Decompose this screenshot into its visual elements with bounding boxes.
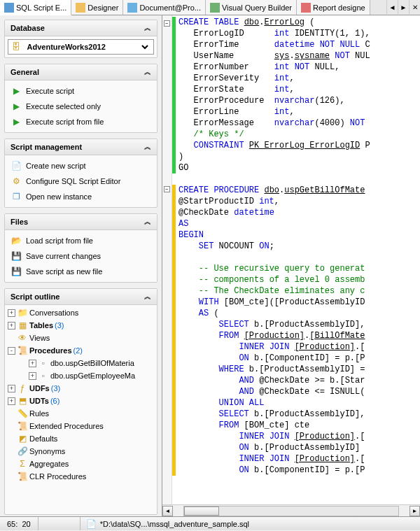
code-line[interactable]: WITH [BOM_cte]([ProductAssemblyID	[178, 297, 420, 308]
scroll-thumb[interactable]	[184, 507, 219, 516]
database-header[interactable]: Database ︽	[5, 20, 157, 36]
code-line[interactable]: INNER JOIN [Production].[	[178, 341, 420, 353]
code-line[interactable]: -- The CheckDate eliminates any c	[178, 285, 420, 297]
tab-prev-button[interactable]: ◄	[386, 0, 398, 14]
action-label: Execute selected only	[26, 102, 101, 111]
code-line[interactable]: FROM [Production].[BillOfMate	[178, 330, 420, 341]
tab-designer[interactable]: Designer	[71, 0, 123, 15]
create-new-script-button[interactable]: 📄 Create new script	[8, 158, 154, 174]
fold-gutter[interactable]: − −	[162, 15, 172, 504]
tree-label: Views	[29, 334, 50, 342]
code-line[interactable]: INNER JOIN [Production].[	[178, 431, 420, 442]
load-script-button[interactable]: 📂 Load script from file	[8, 233, 154, 248]
script-outline-header[interactable]: Script outline ︽	[5, 289, 157, 305]
tab-visual-query[interactable]: Visual Query Builder	[206, 0, 297, 15]
tab-sql-script-editor[interactable]: SQL Script E...	[0, 0, 71, 15]
outline-item[interactable]: +📁Conversations	[5, 306, 157, 319]
code-line[interactable]: ErrorProcedure nvarchar(126),	[178, 95, 420, 106]
general-header[interactable]: General ︽	[5, 64, 157, 80]
outline-item[interactable]: 📜Extended Procedures	[5, 420, 157, 432]
expand-toggle[interactable]: +	[29, 372, 36, 380]
outline-item[interactable]: 🔗Synonyms	[5, 445, 157, 458]
expand-toggle[interactable]: +	[8, 322, 15, 330]
expand-toggle[interactable]: +	[29, 360, 36, 367]
code-line[interactable]: ErrorTime datetime NOT NULL C	[178, 39, 420, 50]
outline-item[interactable]: ΣAggregates	[5, 458, 157, 470]
code-line[interactable]: ON b.[ComponentID] = p.[P	[178, 465, 420, 476]
code-line[interactable]: AS	[178, 218, 420, 229]
code-line[interactable]	[178, 174, 420, 185]
code-lines[interactable]: CREATE TABLE dbo.ErrorLog ( ErrorLogID i…	[176, 15, 420, 504]
code-line[interactable]: @StartProductID int,	[178, 196, 420, 207]
collapse-icon: ︽	[144, 67, 151, 77]
tab-close-button[interactable]: ✕	[409, 0, 420, 14]
code-line[interactable]: ErrorSeverity int,	[178, 73, 420, 84]
code-line[interactable]: -- Use recursive query to generat	[178, 263, 420, 274]
files-header[interactable]: Files ︽	[5, 214, 157, 230]
code-line[interactable]: SELECT b.[ProductAssemblyID],	[178, 409, 420, 420]
code-line[interactable]: ErrorNumber int NOT NULL,	[178, 62, 420, 73]
scroll-track[interactable]	[183, 506, 399, 516]
outline-item[interactable]: +▦Tables (3)	[5, 319, 157, 332]
code-line[interactable]: UserName sys.sysname NOT NUL	[178, 50, 420, 62]
database-selector[interactable]: 🗄 AdventureWorks2012	[8, 39, 154, 55]
code-line[interactable]: ON b.[ComponentID] = p.[P	[178, 353, 420, 364]
code-line[interactable]: -- components of a level 0 assemb	[178, 274, 420, 285]
code-line[interactable]: CONSTRAINT PK_ErrorLog_ErrorLogID P	[178, 140, 420, 151]
execute-selected-button[interactable]: ▶ Execute selected only	[8, 99, 154, 114]
code-line[interactable]: @CheckDate datetime	[178, 207, 420, 218]
outline-item[interactable]: ◩Defaults	[5, 432, 157, 445]
execute-script-button[interactable]: ▶ Execute script	[8, 83, 154, 99]
code-line[interactable]: AS (	[178, 308, 420, 319]
code-line[interactable]: )	[178, 151, 420, 162]
outline-item[interactable]: +▫dbo.uspGetEmployeeMa	[5, 369, 157, 382]
tab-next-button[interactable]: ►	[398, 0, 409, 14]
outline-item[interactable]: 📜CLR Procedures	[5, 470, 157, 483]
database-dropdown[interactable]: AdventureWorks2012	[24, 42, 150, 52]
code-line[interactable]: /* Keys */	[178, 129, 420, 140]
code-line[interactable]: ON b.[ProductAssemblyID]	[178, 442, 420, 453]
code-line[interactable]: INNER JOIN [Production].[	[178, 453, 420, 465]
code-line[interactable]: WHERE b.[ProductAssemblyID] =	[178, 364, 420, 375]
code-line[interactable]: AND @CheckDate >= b.[Star	[178, 375, 420, 386]
save-as-button[interactable]: 💾 Save script as new file	[8, 264, 154, 279]
save-changes-button[interactable]: 💾 Save current changes	[8, 248, 154, 264]
code-editor[interactable]: − − CREATE TABLE dbo.ErrorLog ( ErrorLog…	[162, 15, 420, 516]
outline-item[interactable]: 📏Rules	[5, 407, 157, 420]
expand-toggle[interactable]: +	[8, 309, 15, 317]
code-line[interactable]	[178, 252, 420, 263]
code-line[interactable]: AND @CheckDate <= ISNULL(	[178, 386, 420, 397]
configure-editor-button[interactable]: ⚙ Configure SQL Script Editor	[8, 174, 154, 189]
outline-item[interactable]: +⬒UDTs (6)	[5, 395, 157, 407]
open-new-instance-button[interactable]: ❐ Open new instance	[8, 189, 154, 204]
code-line[interactable]: UNION ALL	[178, 397, 420, 409]
code-line[interactable]: ErrorMessage nvarchar(4000) NOT	[178, 118, 420, 129]
code-line[interactable]: ErrorState int,	[178, 84, 420, 95]
fold-toggle[interactable]: −	[164, 186, 170, 192]
horizontal-scrollbar[interactable]: ◄ ►	[162, 504, 420, 516]
scroll-right-button[interactable]: ►	[410, 506, 420, 516]
fold-toggle[interactable]: −	[164, 20, 170, 27]
scroll-left-button[interactable]: ◄	[162, 506, 173, 516]
code-line[interactable]: ErrorLogID int IDENTITY(1, 1),	[178, 28, 420, 39]
code-line[interactable]: ErrorLine int,	[178, 106, 420, 118]
code-line[interactable]: FROM [BOM_cte] cte	[178, 420, 420, 431]
tree-icon: 📁	[17, 307, 28, 318]
code-line[interactable]: SELECT b.[ProductAssemblyID],	[178, 319, 420, 330]
outline-item[interactable]: 👁Views	[5, 332, 157, 344]
code-line[interactable]: BEGIN	[178, 229, 420, 241]
expand-toggle[interactable]: -	[8, 347, 15, 355]
outline-item[interactable]: +ƒUDFs (3)	[5, 382, 157, 395]
code-line[interactable]: CREATE TABLE dbo.ErrorLog (	[178, 17, 420, 28]
execute-from-file-button[interactable]: ▶ Execute script from file	[8, 114, 154, 129]
script-management-header[interactable]: Script management ︽	[5, 139, 157, 155]
tab-report-designer[interactable]: Report designe	[297, 0, 370, 15]
outline-item[interactable]: -📜Procedures (2)	[5, 344, 157, 357]
outline-item[interactable]: +▫dbo.uspGetBillOfMateria	[5, 357, 157, 369]
tab-document[interactable]: Document@Pro...	[123, 0, 206, 15]
code-line[interactable]: SET NOCOUNT ON;	[178, 241, 420, 252]
code-line[interactable]: GO	[178, 162, 420, 174]
expand-toggle[interactable]: +	[8, 385, 15, 392]
expand-toggle[interactable]: +	[8, 397, 15, 405]
code-line[interactable]: CREATE PROCEDURE dbo.uspGetBillOfMate	[178, 185, 420, 196]
